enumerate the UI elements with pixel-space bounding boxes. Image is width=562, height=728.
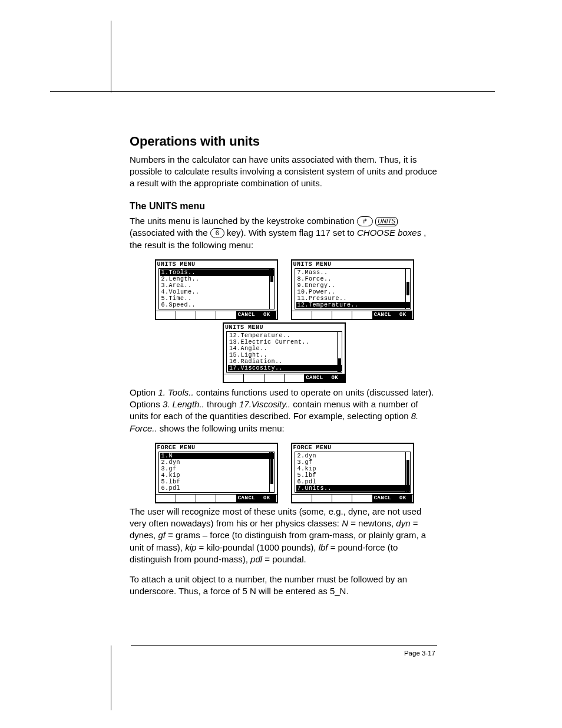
softkey-ok: OK [393, 495, 412, 502]
symbol-dyn: dyn [396, 518, 410, 528]
list-item: 4.Volume.. [160, 289, 274, 295]
softkey-blank [352, 311, 372, 319]
symbol-kip: kip [185, 542, 196, 552]
list-item: 6.pdl [296, 479, 410, 485]
attach-unit-paragraph: To attach a unit object to a number, the… [130, 574, 439, 598]
softkey-blank [216, 495, 236, 502]
softkey-blank [156, 495, 176, 502]
bottom-vertical-rule [111, 645, 111, 710]
option-length: 3. Length.. [163, 399, 204, 409]
softkey-blank [196, 495, 216, 502]
list-item: 5.lbf [296, 472, 410, 479]
list-item: 5.lbf [160, 479, 274, 485]
list-item: 17.Viscosity.. [228, 365, 342, 371]
menu-title: FORCE MENU [292, 444, 413, 451]
softkey-blank [292, 495, 312, 502]
text: through [207, 399, 239, 409]
menu-title: UNITS MENU [292, 261, 413, 268]
menu-list: 12.Temperature.. 13.Electric Current.. 1… [226, 331, 342, 373]
list-item: 11.Pressure.. [296, 295, 410, 302]
list-item: 9.Energy.. [296, 282, 410, 289]
scrollbar [269, 452, 274, 492]
text: = newtons, [351, 518, 396, 528]
force-explanation-paragraph: The user will recognize most of these un… [130, 506, 439, 565]
force-menu-screens: FORCE MENU 1.N 2.dyn 3.gf 4.kip 5.lbf 6.… [130, 443, 439, 503]
menu-list: 1.N 2.dyn 3.gf 4.kip 5.lbf 6.pdl [158, 452, 275, 493]
softkey-row: CANCL OK [224, 374, 345, 382]
softkey-blank [176, 311, 196, 319]
symbol-lbf: lbf [319, 542, 328, 552]
intro-paragraph: Numbers in the calculator can have units… [130, 154, 439, 190]
softkey-blank [332, 311, 352, 319]
list-item: 2.Length.. [160, 276, 274, 282]
list-item: 13.Electric Current.. [228, 339, 342, 345]
shift-key-icon: ↱ [357, 216, 373, 226]
scrollbar [405, 269, 410, 309]
softkey-blank [312, 311, 332, 319]
list-item: 1.Tools.. [160, 269, 274, 276]
softkey-ok: OK [257, 495, 276, 502]
softkey-blank [176, 495, 196, 502]
units-menu-screen-1: UNITS MENU 1.Tools.. 2.Length.. 3.Area..… [155, 259, 278, 320]
list-item: 3.gf [296, 459, 410, 466]
softkey-row: CANCL OK [156, 494, 277, 502]
softkey-ok: OK [325, 374, 345, 382]
softkey-blank [156, 311, 176, 319]
symbol-n: N [342, 518, 348, 528]
bottom-horizontal-rule [131, 645, 437, 646]
top-horizontal-rule [50, 91, 495, 92]
subheading-units-menu: The UNITS menu [130, 200, 439, 213]
force-menu-screen-1: FORCE MENU 1.N 2.dyn 3.gf 4.kip 5.lbf 6.… [155, 443, 278, 503]
option-tools: 1. Tools.. [158, 387, 193, 397]
softkey-ok: OK [257, 311, 276, 319]
list-item: 7.Mass.. [296, 269, 410, 276]
list-item: 3.Area.. [160, 282, 274, 289]
text: shows the following units menu: [160, 423, 285, 433]
list-item: 5.Time.. [160, 295, 274, 302]
softkey-row: CANCL OK [156, 311, 277, 319]
menu-list: 2.dyn 3.gf 4.kip 5.lbf 6.pdl 7.Units.. [295, 452, 411, 493]
softkey-ok: OK [393, 311, 412, 319]
menu-title: UNITS MENU [156, 261, 277, 268]
scrollbar [269, 269, 274, 309]
softkey-cancel: CANCL [373, 311, 393, 319]
top-vertical-rule [111, 21, 111, 93]
six-key-icon: 6 [210, 228, 224, 238]
menu-title: FORCE MENU [156, 444, 277, 451]
scrollbar [337, 332, 342, 372]
units-menu-screen-3: UNITS MENU 12.Temperature.. 13.Electric … [223, 322, 346, 383]
page-content: Operations with units Numbers in the cal… [130, 133, 439, 606]
symbol-gf: gf [158, 530, 166, 540]
softkey-blank [332, 495, 352, 502]
list-item: 4.kip [160, 472, 274, 479]
list-item: 7.Units.. [296, 485, 410, 492]
list-item: 14.Angle.. [228, 345, 342, 352]
list-item: 3.gf [160, 466, 274, 472]
text: key). With system flag 117 set to [227, 228, 357, 238]
softkey-blank [216, 311, 236, 319]
page-heading: Operations with units [130, 133, 439, 150]
menu-list: 1.Tools.. 2.Length.. 3.Area.. 4.Volume..… [158, 268, 275, 309]
softkey-row: CANCL OK [292, 494, 413, 502]
list-item: 10.Power.. [296, 289, 410, 295]
units-menu-screen-2: UNITS MENU 7.Mass.. 8.Force.. 9.Energy..… [291, 259, 414, 320]
menu-title: UNITS MENU [224, 324, 345, 331]
text: = kilo-poundal (1000 pounds), [199, 542, 319, 552]
text: The units menu is launched by the keystr… [130, 216, 357, 226]
softkey-cancel: CANCL [305, 374, 325, 382]
softkey-row: CANCL OK [292, 311, 413, 319]
text: (associated with the [130, 228, 210, 238]
softkey-cancel: CANCL [373, 495, 393, 502]
softkey-blank [224, 374, 244, 382]
softkey-blank [265, 374, 285, 382]
list-item: 6.Speed.. [160, 302, 274, 308]
softkey-blank [196, 311, 216, 319]
text: = poundal. [265, 554, 306, 564]
after-units-paragraph: Option 1. Tools.. contains functions use… [130, 387, 439, 434]
choose-boxes-text: CHOOSE boxes [357, 228, 421, 238]
list-item: 2.dyn [296, 453, 410, 459]
list-item: 6.pdl [160, 485, 274, 492]
list-item: 1.N [160, 453, 274, 459]
softkey-blank [285, 374, 305, 382]
list-item: 8.Force.. [296, 276, 410, 282]
